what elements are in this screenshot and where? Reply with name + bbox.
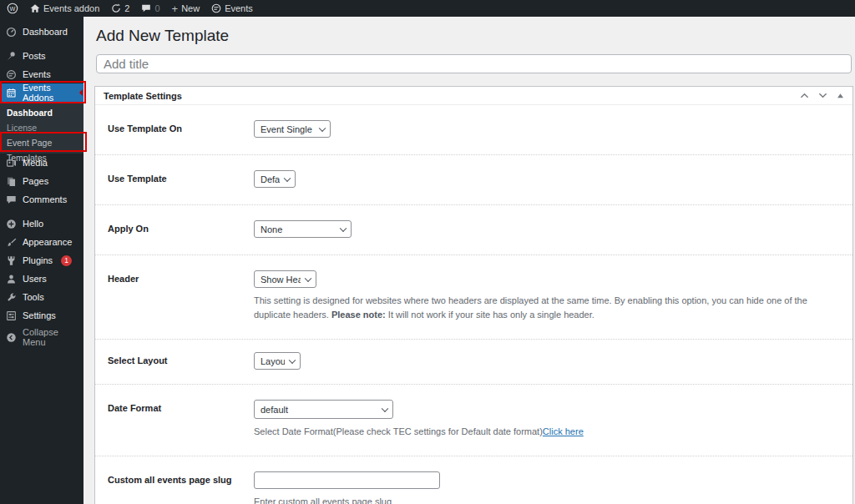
- select-layout-select[interactable]: Layout 1: [254, 352, 301, 370]
- submenu-item-license[interactable]: License: [0, 120, 83, 135]
- field-control: Event Single Page: [254, 120, 840, 138]
- plus-icon: +: [172, 3, 179, 14]
- sidebar-item-label: Dashboard: [23, 27, 68, 37]
- wrench-icon: [6, 292, 17, 303]
- field-control: Show Header This setting is designed for…: [254, 270, 840, 322]
- submenu-item-event-page-templates[interactable]: Event Page Templates: [0, 135, 83, 150]
- click-here-link[interactable]: Click here: [543, 426, 584, 436]
- sidebar-item-label: Tools: [23, 292, 44, 302]
- page-title: Add New Template: [96, 27, 853, 45]
- use-template-select[interactable]: Default: [254, 170, 296, 188]
- site-name-label: Events addon: [43, 3, 99, 13]
- field-label: Use Template On: [108, 120, 254, 138]
- calendar-icon: [6, 88, 17, 98]
- dashboard-icon: [6, 27, 17, 38]
- sidebar-item-comments[interactable]: Comments: [0, 190, 83, 209]
- sidebar-item-posts[interactable]: Posts: [0, 47, 83, 65]
- sidebar-item-label: Hello: [23, 219, 43, 229]
- field-label: Select Layout: [108, 352, 254, 370]
- sidebar-item-label: Appearance: [23, 237, 72, 247]
- field-row-select-layout: Select Layout Layout 1: [95, 339, 852, 384]
- field-row-custom-slug: Custom all events page slug Enter custom…: [95, 456, 852, 504]
- template-title-input[interactable]: [96, 54, 852, 73]
- field-label: Date Format: [108, 400, 254, 439]
- comment-count: 0: [154, 3, 159, 13]
- wordpress-admin-page: W Events addon 2 0 + New: [0, 0, 855, 504]
- events-addons-submenu: Dashboard License Event Page Templates: [0, 102, 83, 154]
- wordpress-logo-icon[interactable]: W: [7, 3, 18, 14]
- move-up-icon[interactable]: [800, 92, 809, 99]
- svg-text:W: W: [10, 6, 16, 13]
- sidebar-item-hello[interactable]: Hello: [0, 214, 83, 233]
- header-helper-text: This setting is designed for websites wh…: [254, 294, 840, 322]
- sidebar-item-label: Comments: [23, 194, 67, 204]
- field-label: Apply On: [108, 220, 254, 238]
- home-icon: [30, 3, 40, 13]
- updates-link[interactable]: 2: [111, 3, 129, 13]
- admin-bar: W Events addon 2 0 + New: [0, 0, 855, 17]
- comment-icon: [6, 194, 17, 205]
- update-icon: [111, 3, 121, 13]
- helper-text: It will not work if your site has only a…: [386, 310, 594, 320]
- current-menu-arrow: [76, 89, 83, 96]
- field-row-header: Header Show Header This setting is desig…: [95, 255, 852, 339]
- plus-circle-icon: [6, 219, 17, 229]
- template-settings-metabox: Template Settings Use Template On: [94, 86, 853, 504]
- sidebar-item-settings[interactable]: Settings: [0, 306, 83, 325]
- header-select[interactable]: Show Header: [254, 270, 316, 288]
- new-label: New: [181, 3, 200, 13]
- field-control: None: [254, 220, 840, 238]
- toggle-panel-icon[interactable]: [837, 93, 844, 98]
- field-control: Layout 1: [254, 352, 840, 370]
- field-label: Header: [108, 270, 254, 322]
- sidebar-item-pages[interactable]: Pages: [0, 172, 83, 190]
- sidebar-item-events[interactable]: Events: [0, 65, 83, 83]
- plugins-update-badge: 1: [61, 255, 72, 266]
- date-format-helper-text: Select Date Format(Please check TEC sett…: [254, 425, 840, 439]
- user-icon: [6, 274, 17, 285]
- metabox-title: Template Settings: [104, 91, 182, 101]
- update-count: 2: [124, 3, 129, 13]
- pages-icon: [6, 176, 17, 187]
- sidebar-item-label: Plugins: [23, 255, 53, 265]
- field-row-use-template: Use Template Default: [95, 154, 852, 204]
- events-toolbar-link[interactable]: Events: [211, 3, 253, 13]
- submenu-item-dashboard[interactable]: Dashboard: [0, 105, 83, 120]
- field-label: Custom all events page slug: [108, 471, 254, 504]
- menu-separator: [0, 41, 83, 47]
- sidebar-item-events-addons[interactable]: Events Addons: [0, 83, 83, 102]
- plugin-icon: [6, 255, 17, 266]
- sidebar-item-label: Users: [23, 274, 47, 284]
- move-down-icon[interactable]: [818, 92, 827, 99]
- field-control: Default: [254, 170, 840, 188]
- site-name-link[interactable]: Events addon: [30, 3, 99, 13]
- sidebar-item-label: Collapse Menu: [23, 327, 83, 347]
- sidebar-item-plugins[interactable]: Plugins 1: [0, 251, 83, 270]
- sidebar-item-dashboard[interactable]: Dashboard: [0, 23, 83, 41]
- comments-link[interactable]: 0: [141, 3, 159, 13]
- custom-slug-input[interactable]: [254, 471, 440, 489]
- field-control: Enter custom all events page slug: [254, 471, 840, 504]
- collapse-menu-button[interactable]: Collapse Menu: [0, 328, 83, 346]
- new-content-link[interactable]: + New: [172, 3, 200, 14]
- use-template-on-select[interactable]: Event Single Page: [254, 120, 331, 138]
- helper-bold-text: Please note:: [331, 310, 386, 320]
- date-format-select[interactable]: default: [254, 400, 393, 419]
- sidebar-item-label: Posts: [23, 51, 46, 61]
- collapse-arrow-icon: [6, 332, 17, 343]
- events-calendar-icon: [6, 69, 17, 80]
- settings-sliders-icon: [6, 310, 17, 321]
- sidebar-item-tools[interactable]: Tools: [0, 288, 83, 306]
- sidebar-item-media[interactable]: Media: [0, 154, 83, 172]
- events-toolbar-label: Events: [225, 3, 253, 13]
- comment-icon: [141, 3, 151, 13]
- metabox-actions: [800, 92, 844, 99]
- helper-text: Select Date Format(Please check TEC sett…: [254, 426, 543, 436]
- sidebar-item-users[interactable]: Users: [0, 270, 83, 288]
- apply-on-select[interactable]: None: [254, 220, 352, 238]
- sidebar-item-appearance[interactable]: Appearance: [0, 233, 83, 251]
- custom-slug-helper-text: Enter custom all events page slug: [254, 495, 840, 504]
- sidebar-item-label: Events: [23, 69, 51, 79]
- field-label: Use Template: [108, 170, 254, 188]
- field-row-use-template-on: Use Template On Event Single Page: [95, 105, 852, 154]
